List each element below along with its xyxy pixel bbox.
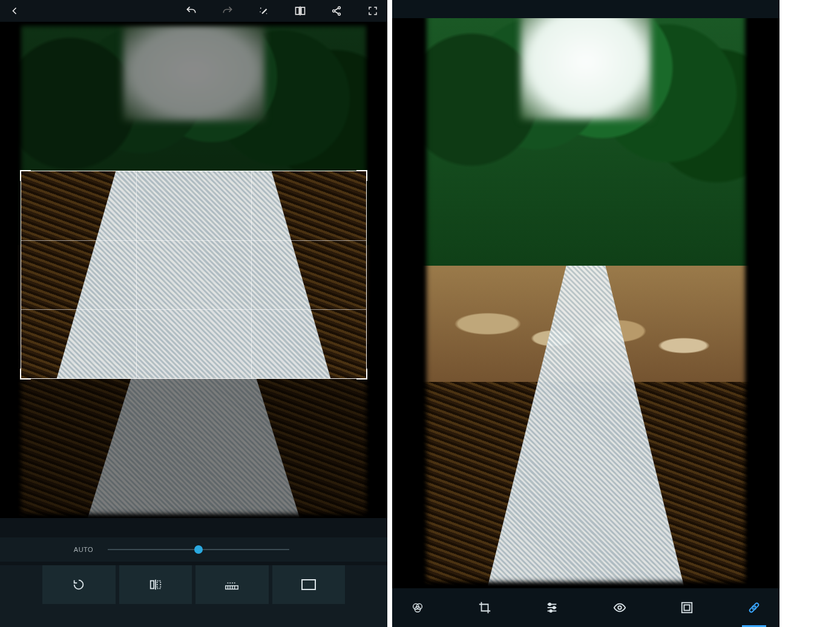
bandage-icon [747,601,761,614]
back-button[interactable] [7,4,22,18]
svg-point-1 [266,13,267,15]
svg-rect-3 [296,7,300,15]
crop-gridline [21,309,366,310]
crop-tool-row [0,565,387,604]
straighten-slider-row: AUTO [0,537,387,562]
auto-enhance-button[interactable] [257,4,271,18]
auto-label[interactable]: AUTO [74,546,93,553]
bottom-padding [0,604,387,627]
editor-main-panel [392,0,779,627]
svg-line-10 [335,11,338,14]
crop-gridline [21,240,366,241]
straighten-slider[interactable] [108,543,289,556]
rotate-button[interactable] [42,565,116,604]
flip-horizontal-icon [149,578,162,591]
filters-venn-icon [411,601,424,614]
tab-redeye[interactable] [610,598,629,617]
svg-point-28 [550,610,553,612]
tab-frames[interactable] [677,598,697,617]
aspect-ratio-icon [301,579,317,591]
compare-icon [294,5,306,17]
canvas-right[interactable] [392,1,779,588]
undo-button[interactable] [184,4,199,18]
topbar-right [392,0,779,18]
svg-rect-30 [682,603,692,613]
svg-point-34 [755,608,755,609]
straighten-icon [224,578,240,591]
editor-crop-panel: AUTO [0,0,387,627]
svg-rect-31 [684,605,689,610]
redo-icon [221,5,234,17]
svg-rect-19 [302,580,315,589]
redo-button[interactable] [220,4,235,18]
svg-point-36 [752,608,753,609]
photo-preview [17,22,370,518]
bottom-tab-bar [392,588,779,627]
rotate-icon [72,578,85,591]
crop-frame[interactable] [21,171,367,379]
svg-point-26 [549,603,551,606]
crop-handle-tl[interactable] [20,170,31,181]
sliders-icon [545,601,559,614]
aspect-ratio-button[interactable] [272,565,346,604]
crop-gridline [136,171,137,378]
frame-icon [680,601,694,614]
crop-icon [478,601,491,614]
undo-icon [185,5,197,17]
crop-handle-bl[interactable] [20,369,31,379]
svg-rect-11 [151,581,154,589]
eye-icon [612,601,627,614]
svg-rect-4 [301,7,305,15]
compare-button[interactable] [293,4,307,18]
fullscreen-icon [367,5,378,16]
flip-horizontal-button[interactable] [119,565,192,604]
crop-handle-br[interactable] [356,369,367,379]
topbar-actions [184,4,380,18]
tab-adjust[interactable] [542,598,562,617]
share-icon [331,5,342,16]
svg-point-27 [553,606,556,609]
topbar [0,0,387,22]
straighten-button[interactable] [195,565,269,604]
back-arrow-icon [8,5,21,17]
tab-heal[interactable] [744,598,764,617]
svg-point-0 [260,8,261,9]
share-button[interactable] [329,4,344,18]
photo-preview-right [422,4,749,586]
fullscreen-button[interactable] [366,4,380,18]
tab-crop[interactable] [475,598,494,617]
magic-wand-icon [258,5,269,16]
slider-knob[interactable] [194,545,203,554]
svg-point-2 [260,11,261,13]
crop-handle-tr[interactable] [356,170,367,181]
svg-rect-32 [749,603,760,613]
svg-point-29 [618,606,622,609]
crop-gridline [251,171,252,378]
svg-line-9 [335,8,338,11]
svg-rect-12 [157,581,161,589]
svg-point-33 [752,606,753,606]
svg-point-35 [755,606,755,606]
canvas[interactable] [0,22,387,518]
tab-filters[interactable] [408,598,427,617]
